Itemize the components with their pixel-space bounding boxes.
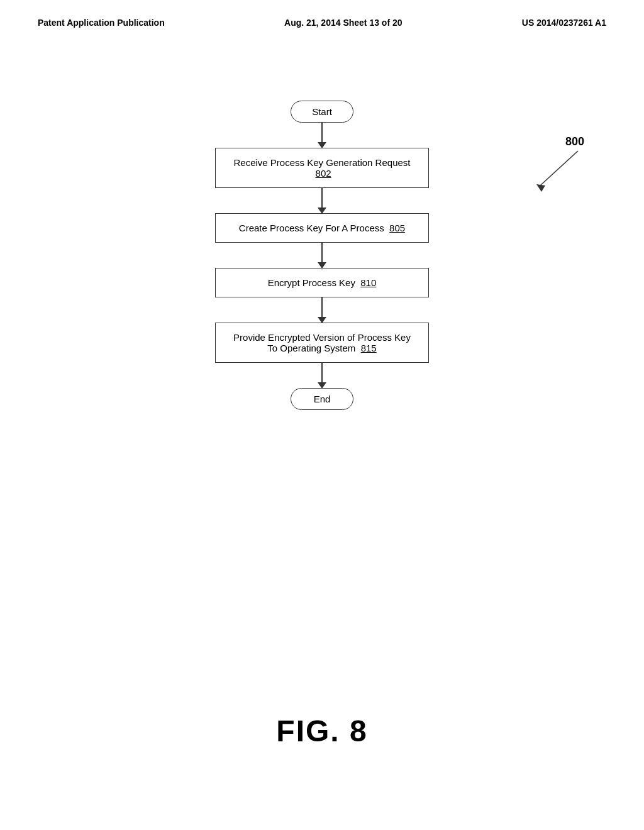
node-815-ref: 815 <box>361 343 377 353</box>
node-802-ref: 802 <box>316 168 331 179</box>
node-805-ref: 805 <box>389 223 405 233</box>
header-center: Aug. 21, 2014 Sheet 13 of 20 <box>284 18 402 28</box>
node-815: Provide Encrypted Version of Process Key… <box>215 323 429 363</box>
page-header: Patent Application Publication Aug. 21, … <box>0 0 644 28</box>
svg-marker-1 <box>536 184 545 192</box>
node-815-text: Provide Encrypted Version of Process Key… <box>233 332 411 353</box>
header-left: Patent Application Publication <box>38 18 165 28</box>
header-right: US 2014/0237261 A1 <box>522 18 606 28</box>
node-810: Encrypt Process Key 810 <box>215 268 429 297</box>
connector-3 <box>321 243 323 268</box>
node-802-text: Receive Process Key Generation Request 8… <box>234 157 411 179</box>
node-802: Receive Process Key Generation Request 8… <box>215 148 429 188</box>
connector-2 <box>321 188 323 213</box>
connector-4 <box>321 297 323 323</box>
node-805-text: Create Process Key For A Process 805 <box>239 223 405 233</box>
label-800: 800 <box>565 135 584 148</box>
end-node: End <box>291 388 353 410</box>
start-node: Start <box>291 101 353 123</box>
figure-label: FIG. 8 <box>276 714 367 748</box>
flowchart: Start Receive Process Key Generation Req… <box>165 101 479 410</box>
start-label: Start <box>312 106 332 117</box>
end-label: End <box>314 394 331 404</box>
node-805: Create Process Key For A Process 805 <box>215 213 429 243</box>
connector-5 <box>321 363 323 388</box>
svg-line-0 <box>540 151 578 185</box>
diagram-ref-label: 800 <box>565 135 584 148</box>
arrow-800 <box>528 148 584 192</box>
node-810-text: Encrypt Process Key 810 <box>268 277 377 288</box>
connector-1 <box>321 123 323 148</box>
node-810-ref: 810 <box>360 277 376 288</box>
